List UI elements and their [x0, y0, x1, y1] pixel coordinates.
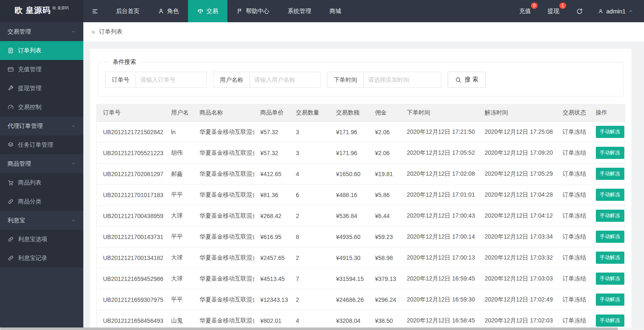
- horizontal-scrollbar[interactable]: [0, 327, 644, 330]
- withdraw-button[interactable]: 提现 1: [539, 0, 568, 22]
- cell: 订单冻结: [556, 268, 590, 289]
- cell-action: 手动解冻: [590, 268, 625, 289]
- sidebar-group-label: 代理订单管理: [8, 122, 43, 130]
- cell: ¥2457.65: [254, 247, 290, 268]
- cell: 3: [290, 143, 330, 164]
- search-input-order-time[interactable]: [363, 72, 441, 88]
- topbar-nav-mall[interactable]: 商城: [320, 0, 350, 22]
- unfreeze-button[interactable]: 手动解冻: [596, 168, 624, 180]
- cell: 2020年12月12日 17:04:28: [479, 184, 556, 205]
- sidebar-item-label: 提现管理: [18, 85, 41, 92]
- orders-table: 订单号用户名商品名称商品单价交易数量交易数额佣金下单时间解冻时间交易状态操作 U…: [96, 104, 625, 330]
- sidebar-item-trade-control[interactable]: 交易控制: [0, 98, 83, 117]
- sidebar-group-agent-order-mgmt[interactable]: 代理订单管理: [0, 117, 83, 135]
- sidebar-group-label: 交易管理: [8, 28, 31, 36]
- unfreeze-button[interactable]: 手动解冻: [596, 314, 624, 327]
- cell: UB2012121700438959: [97, 205, 165, 226]
- cell: ¥57.32: [254, 143, 290, 164]
- list-icon: [8, 47, 14, 54]
- cell: 华夏基金移动互联混合: [193, 164, 254, 184]
- cell-action: 手动解冻: [590, 289, 625, 310]
- chevron-down-icon: [71, 29, 76, 34]
- cell: ¥31594.15: [330, 268, 369, 289]
- unfreeze-button[interactable]: 手动解冻: [596, 147, 624, 159]
- sidebar-item-label: 交易控制: [18, 104, 41, 111]
- topbar-nav-help[interactable]: 帮助中心: [227, 0, 278, 22]
- recharge-badge: 0: [531, 3, 538, 9]
- table-row: UB2012121659452986大球华夏基金移动互联混合¥4513.457¥…: [97, 268, 625, 289]
- sidebar-item-lixibao-records[interactable]: 利息宝记录: [0, 249, 83, 268]
- unfreeze-button[interactable]: 手动解冻: [596, 273, 624, 285]
- recharge-button[interactable]: 充值 0: [511, 0, 539, 22]
- table-row: UB2012121659307975平平华夏基金移动互联混合¥12343.132…: [97, 289, 625, 310]
- unfreeze-button[interactable]: 手动解冻: [596, 189, 624, 201]
- unfreeze-button[interactable]: 手动解冻: [596, 126, 624, 138]
- user-menu[interactable]: admin1: [591, 0, 644, 22]
- search-field-user-name: 用户名称: [213, 72, 321, 88]
- cell: 2020年12月12日 17:03:03: [479, 268, 556, 289]
- cell: ¥296.24: [369, 289, 401, 310]
- cell: 平平: [165, 184, 193, 205]
- search-button-label: 搜 索: [465, 76, 478, 83]
- cell: 2020年12月12日 16:59:45: [401, 268, 479, 289]
- cell: 平平: [165, 226, 193, 247]
- cell: ¥24686.26: [330, 289, 369, 310]
- nav-label: 交易: [206, 8, 218, 15]
- sidebar-item-lixibao-options[interactable]: 利息宝选项: [0, 230, 83, 249]
- table-row: UB2012121721502842ln华夏基金移动互联混合¥57.323¥17…: [97, 122, 625, 143]
- column-header: 操作: [590, 104, 625, 122]
- sidebar-group-lixibao[interactable]: 利息宝: [0, 211, 83, 230]
- layers-icon: [8, 142, 14, 148]
- search-label-order-no: 订单号: [105, 72, 136, 88]
- search-field-order-time: 下单时间: [327, 72, 441, 88]
- cell: 2020年12月12日 17:02:03: [479, 310, 556, 330]
- cell: 平平: [165, 289, 193, 310]
- column-header: 解冻时间: [479, 104, 556, 122]
- sidebar-item-product-list[interactable]: 商品列表: [0, 173, 83, 192]
- unfreeze-button[interactable]: 手动解冻: [596, 294, 624, 306]
- cell: 2: [290, 247, 330, 268]
- logo-superscript: 欧 皇源码: [52, 5, 69, 11]
- column-header: 商品名称: [193, 104, 254, 122]
- sidebar-item-task-order-mgmt[interactable]: 任务订单管理: [0, 135, 83, 154]
- table-row: UB2012121700438959大球华夏基金移动互联混合¥268.422¥5…: [97, 205, 625, 226]
- topbar-nav-trade[interactable]: 交易: [188, 0, 227, 22]
- column-header: 交易数量: [290, 104, 330, 122]
- cell: 2020年12月12日 17:03:32: [479, 247, 556, 268]
- topbar-nav-roles[interactable]: 角色: [149, 0, 188, 22]
- topbar-nav-system[interactable]: 系统管理: [278, 0, 320, 22]
- search-input-user-name[interactable]: [250, 72, 321, 88]
- cell: 华夏基金移动互联混合: [193, 247, 254, 268]
- cell: ¥58.98: [369, 247, 401, 268]
- cell: ¥488.16: [330, 184, 369, 205]
- search-button[interactable]: 搜 索: [448, 72, 486, 88]
- column-header: 佣金: [369, 104, 401, 122]
- sidebar-item-recharge-mgmt[interactable]: 充值管理: [0, 60, 83, 79]
- nav-label: 系统管理: [288, 8, 311, 15]
- cell: 4: [290, 310, 330, 330]
- sidebar-item-product-category[interactable]: 商品分类: [0, 192, 83, 211]
- refresh-button[interactable]: [568, 0, 591, 22]
- user-icon: [598, 8, 603, 14]
- unfreeze-button[interactable]: 手动解冻: [596, 210, 624, 222]
- link-icon: [8, 236, 14, 242]
- unfreeze-button[interactable]: 手动解冻: [596, 252, 624, 264]
- sidebar-group-trade-mgmt[interactable]: 交易管理: [0, 22, 83, 41]
- unfreeze-button[interactable]: 手动解冻: [596, 231, 624, 243]
- sidebar-item-withdraw-mgmt[interactable]: 提现管理: [0, 79, 83, 98]
- scrollbar-thumb[interactable]: [0, 327, 618, 330]
- cell: ¥57.32: [254, 122, 290, 143]
- chevron-down-icon: [71, 218, 76, 223]
- table-row: UB2012121700143731平平华夏基金移动互联混合¥616.958¥4…: [97, 226, 625, 247]
- cell: UB2012121702081297: [97, 164, 165, 184]
- cell: ¥12343.13: [254, 289, 290, 310]
- sidebar-group-product-mgmt[interactable]: 商品管理: [0, 154, 83, 173]
- search-input-order-no[interactable]: [136, 72, 207, 88]
- sidebar-toggle-button[interactable]: [83, 0, 107, 22]
- cell: 订单冻结: [556, 247, 590, 268]
- topbar-nav-home[interactable]: 后台首页: [107, 0, 149, 22]
- sidebar-item-order-list[interactable]: 订单列表: [0, 41, 83, 60]
- cell: ¥412.65: [254, 164, 290, 184]
- column-header: 商品单价: [254, 104, 290, 122]
- cell: 2020年12月12日 16:58:45: [401, 310, 479, 330]
